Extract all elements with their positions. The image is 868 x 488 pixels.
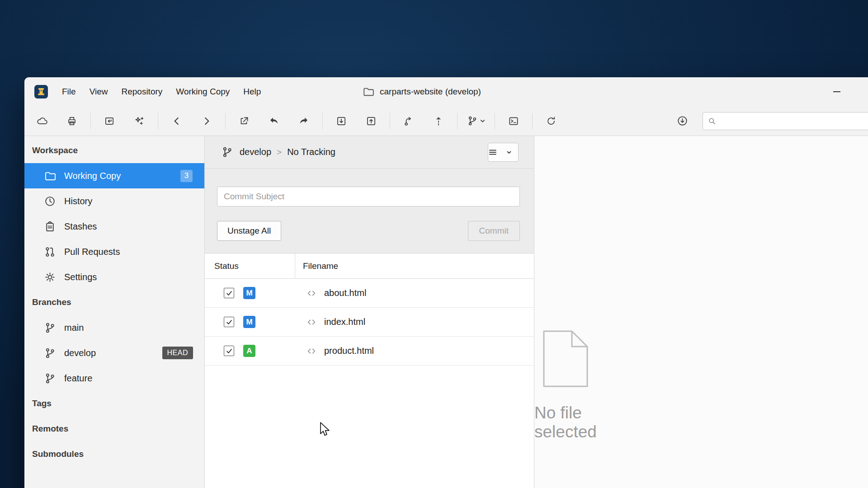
file-table-header: Status Filename (205, 253, 534, 279)
table-row[interactable]: A product.html (205, 337, 534, 366)
folder-icon (363, 86, 374, 98)
sidebar-item-branch-develop[interactable]: develop HEAD (24, 340, 204, 366)
status-badge: M (243, 287, 255, 299)
toolbar-separator (457, 113, 458, 129)
refresh-button[interactable] (536, 111, 566, 131)
undo-button[interactable] (259, 111, 289, 131)
filename-cell: product.html (295, 346, 374, 356)
terminal-icon (508, 115, 519, 127)
clipboard-icon (44, 221, 56, 233)
working-copy-pane: develop > No Tracking U (205, 136, 534, 488)
commit-button[interactable]: Commit (468, 221, 520, 241)
menu-help[interactable]: Help (236, 77, 268, 106)
table-row[interactable]: M index.html (205, 308, 534, 337)
filename-cell: about.html (295, 288, 366, 298)
menu-working-copy[interactable]: Working Copy (169, 77, 236, 106)
toolbar-separator (90, 113, 91, 129)
chevron-left-icon (171, 115, 183, 127)
commit-area: Unstage All Commit (205, 169, 534, 253)
menu-repository[interactable]: Repository (114, 77, 169, 106)
merge-button[interactable] (394, 111, 424, 131)
stage-checkbox[interactable] (224, 317, 234, 327)
quick-actions-button[interactable] (124, 111, 154, 131)
app-window: File View Repository Working Copy Help c… (24, 77, 868, 488)
undo-icon (268, 115, 280, 127)
filename: about.html (324, 288, 366, 298)
window-title: carparts-website (develop) (363, 77, 481, 106)
breadcrumb: develop > No Tracking (205, 136, 534, 169)
sidebar-item-branch-main[interactable]: main (24, 315, 204, 340)
status-badge: A (243, 345, 255, 357)
count-badge: 3 (180, 170, 193, 182)
sidebar-item-settings[interactable]: Settings (24, 264, 204, 290)
table-row[interactable]: M about.html (205, 279, 534, 308)
search-field[interactable] (703, 112, 868, 130)
menu-view[interactable]: View (83, 77, 115, 106)
detail-pane: No file selected (534, 136, 868, 488)
print-button[interactable] (57, 111, 87, 131)
status-column-header: Status (205, 253, 295, 278)
pull-request-icon (44, 246, 56, 258)
clone-button[interactable] (27, 111, 57, 131)
branch-menu-button[interactable] (461, 111, 491, 131)
toolbar-separator (158, 113, 158, 129)
share-icon (238, 115, 250, 127)
stage-checkbox[interactable] (224, 288, 234, 298)
push-button[interactable] (356, 111, 386, 131)
terminal-button[interactable] (499, 111, 528, 131)
commit-buttons-row: Unstage All Commit (217, 221, 520, 241)
forward-button[interactable] (192, 111, 222, 131)
sidebar-section-remotes[interactable]: Remotes (24, 416, 204, 441)
merge-icon (403, 115, 415, 127)
code-icon (307, 346, 316, 356)
status-cell: A (205, 345, 295, 357)
push-icon (365, 115, 377, 127)
sidebar-item-branch-feature[interactable]: feature (24, 366, 204, 391)
sidebar-item-label: Settings (64, 272, 97, 282)
pull-icon (335, 115, 347, 127)
status-cell: M (205, 287, 295, 299)
open-repo-button[interactable] (94, 111, 124, 131)
pull-button[interactable] (326, 111, 356, 131)
chevron-right-icon (201, 115, 212, 127)
breadcrumb-separator: > (277, 147, 282, 157)
sidebar-item-pull-requests[interactable]: Pull Requests (24, 239, 204, 264)
sidebar-section-workspace[interactable]: Workspace (24, 138, 204, 163)
filename: index.html (324, 317, 365, 327)
back-button[interactable] (162, 111, 192, 131)
sidebar-item-stashes[interactable]: Stashes (24, 214, 204, 239)
sidebar-item-history[interactable]: History (24, 188, 204, 214)
check-icon (226, 347, 233, 355)
toolbar-separator (322, 113, 323, 129)
empty-message: No file selected (534, 404, 597, 441)
file-list-empty-area (205, 366, 534, 488)
minimize-button[interactable] (823, 77, 851, 106)
redo-button[interactable] (289, 111, 319, 131)
sidebar-section-branches[interactable]: Branches (24, 290, 204, 315)
sidebar-item-label: main (64, 323, 84, 333)
unstage-all-button[interactable]: Unstage All (217, 221, 281, 241)
fetch-button[interactable] (667, 111, 697, 131)
stage-checkbox[interactable] (224, 346, 234, 356)
check-icon (226, 319, 233, 326)
sidebar-item-label: Working Copy (64, 171, 121, 181)
sidebar-section-tags[interactable]: Tags (24, 391, 204, 416)
folder-icon (44, 170, 56, 182)
rebase-button[interactable] (424, 111, 453, 131)
search-input[interactable] (720, 116, 868, 126)
share-button[interactable] (229, 111, 259, 131)
options-menu-button[interactable] (488, 143, 519, 162)
window-title-text: carparts-website (develop) (380, 87, 481, 97)
sidebar-section-submodules[interactable]: Submodules (24, 441, 204, 467)
sidebar-item-working-copy[interactable]: Working Copy 3 (24, 163, 204, 188)
fetch-icon (676, 115, 689, 127)
chevron-down-icon (480, 118, 486, 124)
sidebar-item-label: Pull Requests (64, 247, 120, 257)
menu-file[interactable]: File (55, 77, 83, 106)
breadcrumb-tracking[interactable]: No Tracking (287, 147, 335, 157)
commit-panel: develop > No Tracking U (205, 136, 534, 253)
commit-subject-input[interactable] (217, 187, 520, 206)
breadcrumb-branch[interactable]: develop (240, 147, 271, 157)
branch-icon (44, 347, 56, 359)
toolbar-separator (390, 113, 390, 129)
